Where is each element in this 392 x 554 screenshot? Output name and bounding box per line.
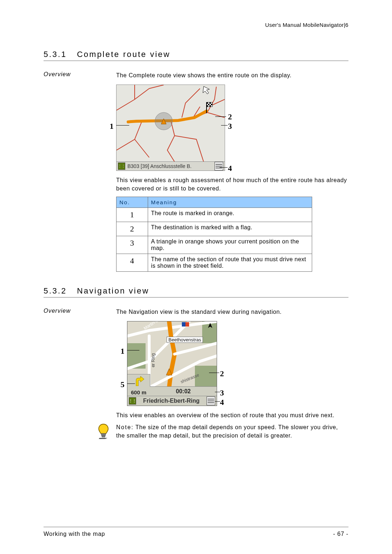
table-row: 3 A triangle in orange shows your curren… [117,236,312,254]
menu-grid-icon: ⋮⋮ [129,397,136,405]
page-header-right: User's Manual MobileNavigator|6 [44,22,348,28]
callout-1: 1 [110,122,114,131]
meaning-table: No. Meaning 1 The route is marked in ora… [116,197,312,272]
callout-2: 2 [220,369,224,378]
time-bar: 00:02 [150,386,217,396]
table-cell-no: 3 [117,236,148,254]
callout-5: 5 [121,380,124,389]
list-icon [207,397,215,405]
list-icon [215,162,223,171]
callout-4: 4 [220,398,224,407]
table-cell-meaning: The name of the section of route that yo… [148,254,312,271]
figure-navigation-view: Beethovenstras Martin-Luther-Strasse er … [127,321,348,406]
svg-rect-6 [211,104,212,105]
note-body: The size of the map detail depends on yo… [116,424,338,439]
callout-line [209,373,219,373]
section-number: 5.3.1 [44,50,67,59]
callout-1: 1 [121,346,124,356]
table-row: 1 The route is marked in orange. [117,208,312,222]
turn-panel: 600 m [127,374,150,396]
table-cell-no: 2 [117,222,148,236]
table-header-meaning: Meaning [148,197,312,208]
callout-line [127,383,135,384]
callout-3: 3 [220,388,224,398]
table-cell-meaning: The destination is marked with a flag. [148,222,312,236]
svg-marker-10 [203,86,209,94]
footer-left: Working with the map [44,531,105,537]
svg-rect-5 [208,104,209,105]
map-screenshot: ⋮⋮ B303 [39] Anschlussstelle B. [116,85,225,171]
table-header-row: No. Meaning [117,197,312,208]
section-title: Complete route view [77,50,171,59]
callout-line [220,167,228,168]
figure-complete-route-view: ⋮⋮ B303 [39] Anschlussstelle B. 1 2 3 4 [116,85,348,171]
section-heading-complete-route: 5.3.1 Complete route view [44,50,348,61]
street-bar-text: Friedrich-Ebert-Ring [138,398,205,404]
street-label-beethoven: Beethovenstras [167,337,203,343]
section-number: 5.3.2 [44,286,67,296]
street-field: ⋮⋮ B303 [39] Anschlussstelle B. [117,161,225,171]
section1-intro-text: The Complete route view shows the entire… [116,71,348,79]
note-text: Note: The size of the map detail depends… [116,423,348,440]
street-field-text: B303 [39] Anschlussstelle B. [127,163,212,169]
menu-grid-icon: ⋮⋮ [118,163,125,170]
section-heading-navigation-view: 5.3.2 Navigation view [44,286,348,297]
note-row: Note: The size of the map detail depends… [44,423,348,440]
street-label-ring: er Ring [151,353,156,367]
callout-3: 3 [228,122,232,131]
table-row: 2 The destination is marked with a flag. [117,222,312,236]
section2-after-fig-text: This view enables an overview of the sec… [116,411,348,419]
section2-intro-text: The Navigation view is the standard view… [116,308,348,316]
tip-lightbulb-icon [97,423,110,439]
callout-line [116,125,129,126]
table-cell-meaning: The route is marked in orange. [148,208,312,222]
page-footer: Working with the map - 67 - [44,527,348,537]
svg-rect-8 [209,105,211,107]
svg-rect-17 [102,436,105,437]
callout-line [215,401,220,402]
callout-line [127,350,139,350]
section1-after-fig-text: This view enables a rough assessment of … [116,176,348,193]
callout-line [215,392,220,392]
callout-2: 2 [228,112,232,122]
overview-sidelabel: Overview [44,71,113,79]
nav-screenshot: Beethovenstras Martin-Luther-Strasse er … [127,321,217,406]
callout-line [215,116,226,117]
callout-line [221,125,228,126]
svg-rect-14 [185,322,189,327]
overview-sidelabel: Overview [44,308,113,316]
svg-rect-15 [101,434,106,435]
callout-4: 4 [228,164,232,173]
svg-rect-4 [209,102,211,104]
footer-right: - 67 - [333,531,348,537]
table-cell-no: 4 [117,254,148,271]
table-cell-meaning: A triangle in orange shows your current … [148,236,312,254]
turn-right-icon [132,375,145,386]
turn-distance: 600 m [131,389,147,395]
table-header-no: No. [117,197,148,208]
table-cell-no: 1 [117,208,148,222]
note-label: Note: [116,424,134,430]
section-title: Navigation view [77,286,149,296]
table-row: 4 The name of the section of route that … [117,254,312,271]
street-bar: ⋮⋮ Friedrich-Ebert-Ring [127,396,217,406]
map-roads [117,85,225,162]
